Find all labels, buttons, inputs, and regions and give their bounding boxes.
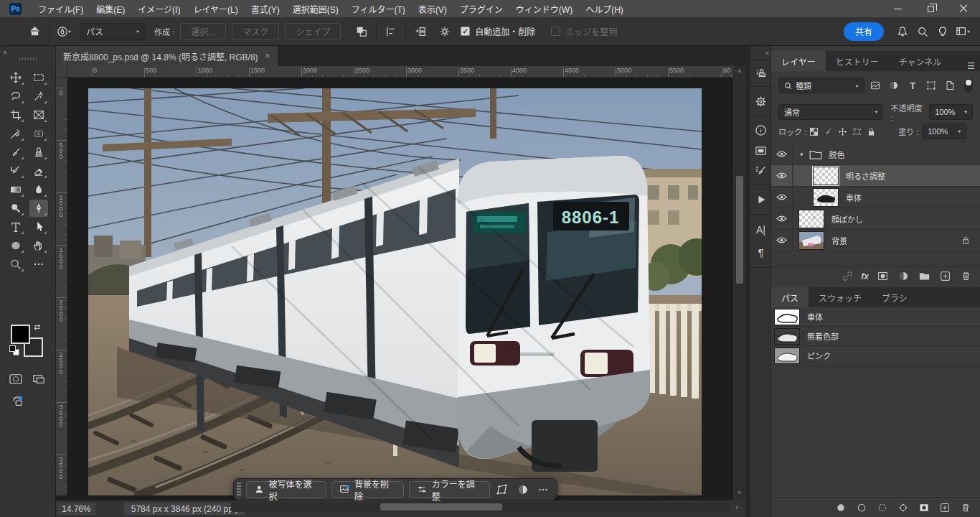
path-thumbnail[interactable]: [774, 309, 800, 325]
workspace-switcher-icon[interactable]: ▾: [954, 23, 971, 40]
adjustment-layer-icon[interactable]: [896, 269, 910, 284]
fill-path-icon[interactable]: [834, 500, 848, 515]
zoom-tool[interactable]: [6, 256, 25, 273]
ruler-corner[interactable]: [56, 66, 67, 78]
layer-thumbnail[interactable]: [798, 231, 824, 250]
tab-swatches[interactable]: スウォッチ: [809, 287, 872, 307]
scroll-down-icon[interactable]: ˅: [733, 489, 746, 499]
eyedropper-tool[interactable]: [6, 125, 25, 142]
menu-file[interactable]: ファイル(F): [32, 0, 90, 17]
filter-shape-layers-icon[interactable]: [924, 78, 938, 93]
dodge-tool[interactable]: [6, 200, 25, 217]
more-icon[interactable]: [536, 482, 551, 498]
menu-window[interactable]: ウィンドウ(W): [509, 0, 579, 17]
vertical-ruler[interactable]: 0 500 1000 1500 2000 2500 3000 3500: [56, 78, 67, 495]
swap-colors-icon[interactable]: ⇄: [34, 322, 40, 332]
menu-image[interactable]: イメージ(I): [131, 0, 187, 17]
layer-effects-icon[interactable]: fx: [861, 271, 869, 281]
filter-adjustment-layers-icon[interactable]: [887, 78, 901, 93]
magic-wand-tool[interactable]: [29, 88, 48, 105]
layer-thumbnail[interactable]: [813, 188, 839, 207]
quick-mask-icon[interactable]: [6, 371, 25, 388]
marquee-tool[interactable]: [29, 69, 48, 86]
add-mask-from-path-icon[interactable]: [917, 500, 931, 515]
blur-tool[interactable]: [29, 181, 48, 198]
menu-edit[interactable]: 編集(E): [90, 0, 131, 17]
scroll-up-icon[interactable]: ˄: [733, 67, 746, 78]
menu-view[interactable]: 表示(V): [412, 0, 453, 17]
opacity-field[interactable]: 100% ▾: [929, 104, 973, 120]
filter-smart-objects-icon[interactable]: [943, 78, 957, 93]
close-button[interactable]: [947, 0, 980, 17]
panel-menu-icon[interactable]: ☰: [967, 61, 974, 71]
horizontal-ruler[interactable]: 0 500 1000 1500 2000 2500 3000 3500 4000…: [67, 66, 733, 78]
delete-layer-icon[interactable]: [958, 269, 973, 284]
crop-tool[interactable]: [6, 106, 25, 124]
horizontal-scrollbar[interactable]: [231, 502, 730, 512]
libraries-icon[interactable]: [753, 142, 769, 159]
minimize-button[interactable]: [881, 0, 914, 17]
tab-close-icon[interactable]: ×: [265, 51, 270, 61]
lock-position-icon[interactable]: [835, 124, 849, 139]
brush-tool[interactable]: [6, 144, 25, 161]
clone-stamp-tool[interactable]: [29, 144, 48, 161]
path-row[interactable]: ピンク: [771, 346, 980, 365]
visibility-toggle[interactable]: [771, 165, 793, 186]
path-arrange-icon[interactable]: [412, 23, 429, 40]
clone-source-icon[interactable]: [753, 65, 769, 81]
lock-transparent-icon[interactable]: [806, 124, 821, 139]
path-row[interactable]: 車体: [771, 307, 980, 327]
actions-play-icon[interactable]: [753, 191, 769, 208]
layer-row-selected[interactable]: 明るさ調整: [771, 165, 980, 187]
drag-handle[interactable]: [237, 483, 241, 497]
add-mask-icon[interactable]: [875, 269, 890, 284]
stroke-path-icon[interactable]: [854, 500, 869, 515]
tab-channels[interactable]: チャンネル: [889, 51, 952, 71]
delete-path-icon[interactable]: [958, 500, 973, 515]
fill-field[interactable]: 100% ▾: [922, 124, 966, 139]
scroll-left-icon[interactable]: ‹: [220, 502, 230, 512]
selection-as-path-icon[interactable]: [896, 500, 910, 515]
bell-icon[interactable]: [894, 23, 911, 40]
healing-patch-tool[interactable]: [29, 125, 48, 142]
frame-tool[interactable]: [29, 106, 48, 124]
layer-row-group[interactable]: ▾ 脱色: [771, 144, 980, 165]
history-brush-tool[interactable]: [6, 162, 25, 180]
remove-background-button[interactable]: 背景を削除: [331, 481, 404, 498]
wheel-icon[interactable]: [753, 93, 769, 110]
make-shape-button[interactable]: シェイプ: [285, 23, 341, 40]
paragraph-panel-icon[interactable]: ¶: [753, 244, 769, 261]
layer-thumbnail[interactable]: [798, 210, 824, 228]
adjust-colors-button[interactable]: カラーを調整: [409, 481, 490, 498]
hand-tool[interactable]: [29, 237, 48, 254]
document-tab[interactable]: 新京成8800_ps.psd @ 14.8% (明るさ調整, RGB/8) ×: [56, 46, 278, 66]
type-tool[interactable]: [6, 218, 25, 236]
eraser-tool[interactable]: [29, 162, 48, 180]
layer-thumbnail[interactable]: [813, 167, 839, 185]
filter-type-layers-icon[interactable]: T: [905, 78, 920, 93]
path-align-icon[interactable]: [382, 23, 400, 40]
gradient-tool[interactable]: [6, 181, 25, 198]
document-canvas-image[interactable]: 8806-1: [88, 88, 702, 495]
horizontal-scrollbar-thumb[interactable]: [380, 503, 502, 511]
layer-row-background[interactable]: 背景: [771, 230, 980, 251]
tool-mode-dropdown[interactable]: パス ▾: [80, 23, 146, 40]
path-row[interactable]: 無着色部: [771, 327, 980, 346]
menu-plugins[interactable]: プラグイン: [453, 0, 509, 17]
group-expand-icon[interactable]: ▾: [800, 151, 804, 158]
link-layers-icon[interactable]: [840, 269, 854, 284]
menu-layer[interactable]: レイヤー(L): [187, 0, 244, 17]
path-selection-tool[interactable]: [29, 218, 48, 236]
visibility-toggle[interactable]: [771, 144, 793, 164]
menu-type[interactable]: 書式(Y): [245, 0, 286, 17]
layer-row[interactable]: 車体: [771, 187, 980, 208]
collapse-toolbar-icon[interactable]: «: [3, 48, 6, 56]
canvas-viewport[interactable]: 8806-1: [67, 78, 733, 500]
path-thumbnail[interactable]: [774, 348, 800, 364]
info-icon[interactable]: [753, 122, 769, 139]
select-subject-button[interactable]: 被写体を選択: [246, 481, 327, 498]
adjustment-circle-icon[interactable]: [515, 482, 530, 498]
transform-icon[interactable]: [495, 482, 510, 498]
shape-tool[interactable]: [6, 237, 25, 254]
vertical-scrollbar[interactable]: ˄ ˅: [733, 66, 746, 500]
